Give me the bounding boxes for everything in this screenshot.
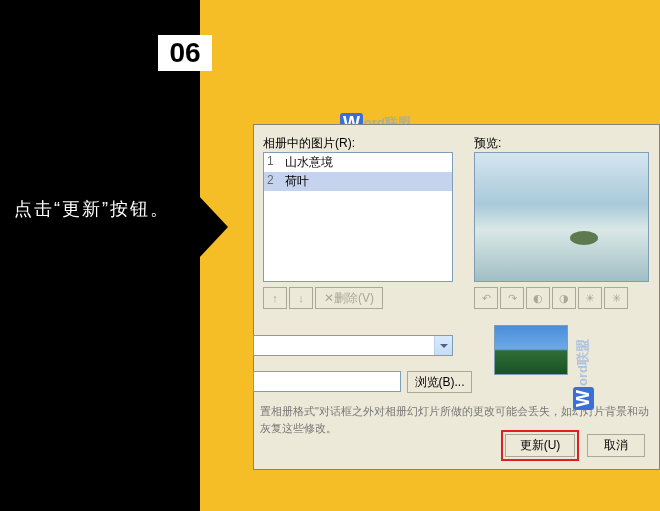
move-down-button[interactable]: ↓ (289, 287, 313, 309)
list-item[interactable]: 1 山水意境 (264, 153, 452, 172)
cancel-button[interactable]: 取消 (587, 434, 645, 457)
chevron-down-icon[interactable] (434, 336, 452, 355)
preview-image (474, 152, 649, 282)
layout-dropdown[interactable] (253, 335, 453, 356)
contrast-up-icon[interactable]: ◐ (526, 287, 550, 309)
preview-content (570, 231, 598, 245)
list-item-name: 荷叶 (285, 173, 309, 190)
list-item-name: 山水意境 (285, 154, 333, 171)
list-item[interactable]: 2 荷叶 (264, 172, 452, 191)
move-up-button[interactable]: ↑ (263, 287, 287, 309)
layout-thumbnail (494, 325, 568, 375)
watermark-side: Word联盟 (573, 339, 594, 410)
path-input[interactable] (253, 371, 401, 392)
arrow-right-icon (198, 195, 228, 259)
browse-button[interactable]: 浏览(B)... (407, 371, 472, 393)
update-button[interactable]: 更新(U) (505, 434, 575, 457)
brightness-down-icon[interactable]: ✳ (604, 287, 628, 309)
image-adjust-controls: ↶ ↷ ◐ ◑ ☀ ✳ (474, 287, 628, 309)
left-panel (0, 0, 200, 511)
warning-note: 置相册格式"对话框之外对相册幻灯片所做的更改可能会丢失，如幻灯片背景和动灰复这些… (260, 403, 655, 436)
rotate-left-icon[interactable]: ↶ (474, 287, 498, 309)
step-number-badge: 06 (158, 35, 212, 71)
rotate-right-icon[interactable]: ↷ (500, 287, 524, 309)
pictures-label: 相册中的图片(R): (263, 135, 355, 152)
brightness-up-icon[interactable]: ☀ (578, 287, 602, 309)
album-format-dialog: 相册中的图片(R): 预览: 1 山水意境 2 荷叶 ↑ ↓ ✕ 删除(V) ↶… (253, 124, 660, 470)
step-instruction: 点击“更新”按钮。 (14, 194, 184, 225)
list-item-number: 2 (267, 173, 285, 190)
footer-buttons: 更新(U) 取消 (505, 434, 645, 457)
contrast-down-icon[interactable]: ◑ (552, 287, 576, 309)
list-controls: ↑ ↓ ✕ 删除(V) (263, 287, 383, 309)
preview-label: 预览: (474, 135, 501, 152)
list-item-number: 1 (267, 154, 285, 171)
remove-button[interactable]: ✕ 删除(V) (315, 287, 383, 309)
picture-list[interactable]: 1 山水意境 2 荷叶 (263, 152, 453, 282)
